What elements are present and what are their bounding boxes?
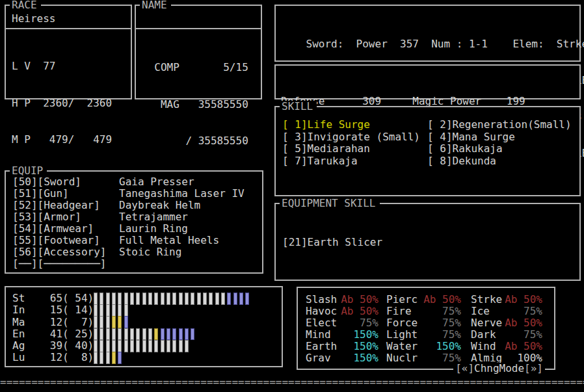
equip-item: Gaia Presser <box>119 176 194 188</box>
resist-cell-strke: StrkeAb 50% <box>471 294 542 306</box>
equip-slot: [52][Headgear] <box>12 200 119 211</box>
stat-bar-en <box>94 328 194 341</box>
equip-row-armor[interactable]: [53][Armor]Tetrajammer <box>12 211 245 223</box>
resist-label: Wind <box>471 341 496 352</box>
resist-cell-grav: Grav150% <box>306 352 378 364</box>
status-screen: RACE Heiress L V 77 H P 2360/ 2360 M P 4… <box>0 0 584 392</box>
resist-label: Nuclr <box>386 352 418 364</box>
equip-item: Full Metal Heels <box>119 234 219 246</box>
equip-row-headgear[interactable]: [52][Headgear]Daybreak Helm <box>12 200 245 211</box>
resist-row: SlashAb 50% PiercAb 50% StrkeAb 50% <box>298 294 554 306</box>
equip-slot: [50][Sword] <box>12 176 119 188</box>
equip-slot: [55][Footwear] <box>12 235 119 246</box>
skill-item-7[interactable]: [ 7]Tarukaja <box>282 155 358 167</box>
resist-value: Ab 50% <box>423 294 461 306</box>
resist-cell-wind: WindAb 50% <box>471 341 542 352</box>
level-row: L V 77 <box>12 60 112 73</box>
resist-value: 150% <box>353 341 378 352</box>
comp-row: COMP 5/15 <box>142 62 248 74</box>
resist-cell-force: Force75% <box>386 317 461 329</box>
equip-row-footwear[interactable]: [55][Footwear]Full Metal Heels <box>12 235 245 246</box>
stat-row-en: En 41( 25) <box>12 328 279 340</box>
resist-label: Strke <box>471 294 502 306</box>
equip-item: Tetrajammer <box>119 211 188 223</box>
stat-list: St 65( 54) In 15( 14) Ma 12( 7) En 41( 2… <box>12 293 279 364</box>
equip-item: Laurin Ring <box>119 222 188 235</box>
resist-cell-ice: Ice75% <box>471 306 542 317</box>
equip-slot: [51][Gun] <box>12 188 119 200</box>
skill-item-4[interactable]: [ 4]Mana Surge <box>427 131 515 143</box>
mp-row: M P 479/ 479 <box>12 134 112 146</box>
equip-item: Daybreak Helm <box>119 199 200 211</box>
equipment-skill-item[interactable]: [21]Earth Slicer <box>282 237 382 248</box>
resist-value: Ab 50% <box>341 294 378 306</box>
skill-item-6[interactable]: [ 6]Rakukaja <box>427 143 503 155</box>
equip-row-armwear[interactable]: [54][Armwear]Laurin Ring <box>12 223 245 235</box>
stat-label: Lu 12( 8) <box>12 351 94 363</box>
equip-slot: [54][Armwear] <box>12 223 119 235</box>
resist-cell-earth: Earth150% <box>306 341 378 352</box>
resist-cell-havoc: HavocAb 50% <box>306 306 378 317</box>
stat-label: Ma 12( 7) <box>12 316 94 328</box>
equip-row-gun[interactable]: [51][Gun]Tanegashima Laser IV <box>12 188 245 200</box>
resist-row: Mind150% Light75% Dark75% <box>298 329 554 341</box>
resist-value: 75% <box>524 329 542 341</box>
equip-row-accessory[interactable]: [56][Accessory]Stoic Ring <box>12 246 245 258</box>
resist-panel: SlashAb 50% PiercAb 50% StrkeAb 50% Havo… <box>297 287 555 370</box>
resist-value: Ab 50% <box>505 317 542 329</box>
equip-list: [50][Sword]Gaia Presser [51][Gun]Tanegas… <box>12 176 245 270</box>
mode-prev-button[interactable]: [«] <box>455 362 474 374</box>
resist-value: 75% <box>524 306 542 317</box>
mode-switch-label: ChngMode <box>474 362 524 374</box>
skill-item-5[interactable]: [ 5]Mediarahan <box>282 143 370 155</box>
stat-bar-st <box>94 293 249 305</box>
resist-label: Grav <box>306 352 331 364</box>
skill-item-8[interactable]: [ 8]Dekunda <box>427 155 496 167</box>
race-panel-title: RACE <box>10 0 41 11</box>
equip-item: Tanegashima Laser IV <box>119 187 245 200</box>
resist-label: Nerve <box>471 317 502 329</box>
mode-next-button[interactable]: [»] <box>524 362 543 374</box>
resist-value: Ab 50% <box>341 306 378 317</box>
stat-label: Ag 39( 40) <box>12 339 94 352</box>
resist-label: Pierc <box>386 294 418 306</box>
mag-max-row: / 35585550 <box>142 135 248 148</box>
resist-cell-dark: Dark75% <box>471 329 542 341</box>
mode-switch: [«]ChngMode[»] <box>453 363 545 374</box>
skill-item-2[interactable]: [ 2]Regeneration(Small) <box>427 119 572 131</box>
skill-item-3[interactable]: [ 3]Invigorate (Small) <box>282 131 420 143</box>
stat-row-st: St 65( 54) <box>12 293 279 304</box>
name-panel-title: NAME <box>140 0 171 11</box>
hp-row: H P 2360/ 2360 <box>12 98 112 110</box>
resist-label: Mind <box>306 329 331 341</box>
stat-row-lu: Lu 12( 8) <box>12 352 279 363</box>
skill-item-1[interactable]: [ 1]Life Surge <box>282 119 370 131</box>
name-panel: NAME COMP 5/15 MAG 35585550 / 35585550 E… <box>135 5 262 99</box>
resist-cell-nerve: NerveAb 50% <box>471 317 542 329</box>
skill-panel: SKILL [ 1]Life Surge [ 2]Regeneration(Sm… <box>274 106 581 196</box>
resist-cell-water: Water150% <box>386 341 461 352</box>
weapon-panel: Sword: Power 357 Num : 1-1 Elem: Strke H… <box>274 5 581 62</box>
equip-row-empty[interactable]: [──][─────────] <box>12 258 245 270</box>
equip-slot: [56][Accessory] <box>12 246 119 258</box>
sword-row: Sword: Power 357 Num : 1-1 Elem: Strke <box>281 38 584 50</box>
equip-item: Stoic Ring <box>119 246 181 258</box>
mag-row: MAG 35585550 <box>142 99 248 111</box>
equipment-skill-panel: EQUIPMENT SKILL [21]Earth Slicer <box>274 203 581 281</box>
resist-value: 75% <box>442 329 461 341</box>
resist-cell-slash: SlashAb 50% <box>306 294 378 306</box>
resist-label: Slash <box>306 294 337 306</box>
race-name: Heiress <box>12 12 55 25</box>
resist-cell-pierc: PiercAb 50% <box>386 294 461 306</box>
stat-bar-lu <box>94 352 122 364</box>
resist-label: Havoc <box>306 306 337 317</box>
resist-label: Ice <box>471 306 490 317</box>
stat-row-ag: Ag 39( 40) <box>12 340 279 352</box>
equip-row-sword[interactable]: [50][Sword]Gaia Presser <box>12 176 245 188</box>
stat-row-ma: Ma 12( 7) <box>12 317 279 328</box>
stat-label: In 15( 14) <box>12 304 94 316</box>
stat-bar-in <box>94 304 128 317</box>
resist-value: 75% <box>442 317 461 329</box>
defense-panel: Defense 309 Magic Power 199 Evasion 263 … <box>274 64 581 99</box>
resist-value: 150% <box>436 341 461 352</box>
